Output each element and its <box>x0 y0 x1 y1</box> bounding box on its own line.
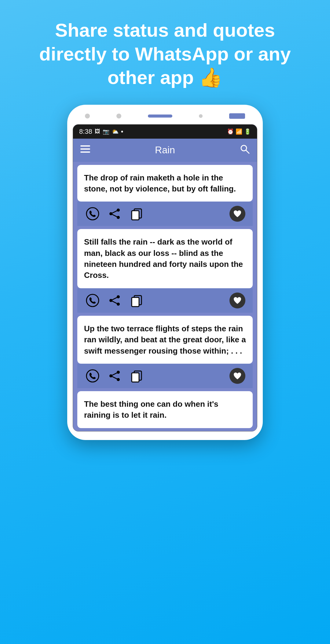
svg-point-16 <box>117 303 120 306</box>
action-bar-2 <box>77 288 253 313</box>
svg-point-22 <box>117 371 120 374</box>
svg-rect-1 <box>80 148 90 150</box>
status-bar: 8:38 🖼 📷 ⛅ • ⏰ 📶 🔋 <box>73 125 257 139</box>
phone-dot-left <box>85 114 90 118</box>
action-icons-left-3 <box>85 368 145 384</box>
phone-top-decorations <box>73 113 257 124</box>
phone-screen: 8:38 🖼 📷 ⛅ • ⏰ 📶 🔋 Rain <box>73 124 257 431</box>
quote-card-2: Still falls the rain -- dark as the worl… <box>77 229 253 288</box>
copy-button-2[interactable] <box>129 293 145 308</box>
phone-frame: 8:38 🖼 📷 ⛅ • ⏰ 📶 🔋 Rain <box>67 105 263 440</box>
svg-rect-2 <box>80 151 90 153</box>
status-signal-icon: 📶 <box>236 128 242 135</box>
action-bar-3 <box>77 364 253 388</box>
status-battery-icon: 🔋 <box>244 128 251 135</box>
phone-dot-center-right <box>199 114 203 118</box>
quote-text-3: Up the two terrace flights of steps the … <box>84 324 246 355</box>
svg-line-9 <box>112 211 117 213</box>
status-time: 8:38 <box>79 128 92 136</box>
copy-button-3[interactable] <box>129 368 145 384</box>
share-button-2[interactable] <box>107 293 123 308</box>
favorite-button-3[interactable] <box>229 368 245 384</box>
action-icons-left-2 <box>85 293 145 308</box>
quote-card-4: The best thing one can do when it's rain… <box>77 391 253 428</box>
search-icon[interactable] <box>240 144 250 156</box>
svg-point-24 <box>117 378 120 381</box>
favorite-button-2[interactable] <box>229 293 245 308</box>
share-button-3[interactable] <box>107 368 123 384</box>
phone-dot-center-left <box>116 114 121 118</box>
whatsapp-button-2[interactable] <box>85 293 101 308</box>
svg-line-4 <box>246 150 249 153</box>
svg-line-25 <box>112 373 117 375</box>
app-bar: Rain <box>73 139 257 162</box>
status-bar-left: 8:38 🖼 📷 ⛅ • <box>79 128 123 136</box>
status-camera-icon: 🖼 <box>95 128 100 135</box>
quotes-list: The drop of rain maketh a hole in the st… <box>73 162 257 431</box>
quote-text-4: The best thing one can do when it's rain… <box>84 399 218 420</box>
svg-line-17 <box>112 297 117 300</box>
status-bar-right: ⏰ 📶 🔋 <box>227 128 251 135</box>
svg-point-5 <box>86 208 99 220</box>
status-dot: • <box>121 128 123 136</box>
svg-point-8 <box>117 216 120 219</box>
quote-text-1: The drop of rain maketh a hole in the st… <box>84 173 236 193</box>
svg-line-18 <box>112 301 117 304</box>
svg-point-7 <box>109 212 112 215</box>
quote-card-3: Up the two terrace flights of steps the … <box>77 316 253 364</box>
menu-icon[interactable] <box>80 144 90 156</box>
action-bar-1 <box>77 202 253 226</box>
quote-text-2: Still falls the rain -- dark as the worl… <box>84 237 243 280</box>
svg-point-15 <box>109 299 112 302</box>
phone-pill <box>148 115 172 118</box>
svg-rect-28 <box>132 373 139 382</box>
favorite-button-1[interactable] <box>229 206 245 222</box>
share-button-1[interactable] <box>107 206 123 222</box>
svg-rect-0 <box>80 145 90 147</box>
status-instagram-icon: 📷 <box>103 128 109 135</box>
svg-rect-20 <box>132 297 139 307</box>
whatsapp-button-3[interactable] <box>85 368 101 384</box>
app-bar-title: Rain <box>155 144 175 156</box>
quote-card-1: The drop of rain maketh a hole in the st… <box>77 165 253 202</box>
svg-rect-12 <box>132 211 139 220</box>
svg-point-6 <box>117 209 120 212</box>
phone-battery-top <box>229 113 245 119</box>
status-weather-icon: ⛅ <box>112 128 119 135</box>
svg-line-10 <box>112 214 117 217</box>
status-alarm-icon: ⏰ <box>227 128 234 135</box>
svg-point-13 <box>86 294 99 307</box>
header-title: Share status and quotes directly to What… <box>0 0 330 105</box>
whatsapp-button-1[interactable] <box>85 206 101 222</box>
svg-point-21 <box>86 370 99 382</box>
svg-point-23 <box>109 374 112 377</box>
svg-line-26 <box>112 377 117 379</box>
copy-button-1[interactable] <box>129 206 145 222</box>
svg-point-14 <box>117 295 120 298</box>
action-icons-left-1 <box>85 206 145 222</box>
